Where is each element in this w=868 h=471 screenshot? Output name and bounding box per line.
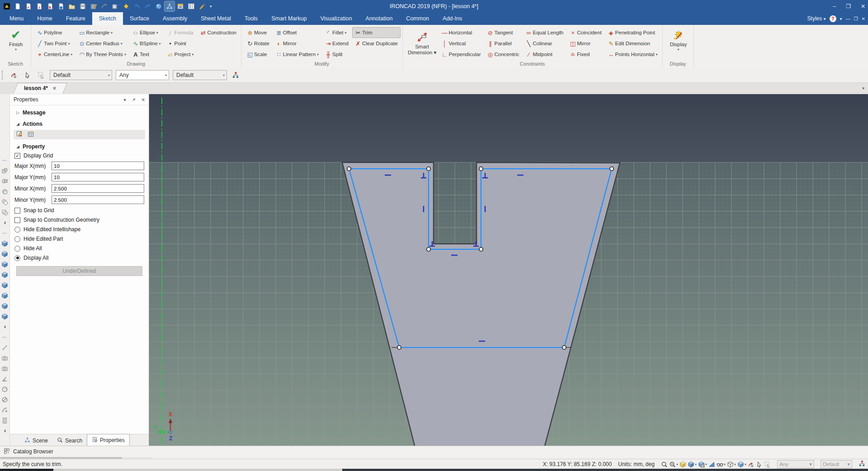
hierarchy-icon[interactable] (859, 460, 865, 468)
ribbon-tab-sketch[interactable]: Sketch (92, 12, 123, 25)
ribbon-button-colinear[interactable]: ╲Colinear (523, 38, 566, 49)
ribbon-button-penetrating-point[interactable]: ◈Penetrating Point (605, 27, 660, 38)
ribbon-button-linear-pattern[interactable]: ∷Linear Pattern▾ (273, 49, 321, 60)
dropdown-caret-icon[interactable]: ▾ (192, 52, 193, 57)
select-cursor-icon[interactable] (23, 70, 33, 80)
dropdown-caret-icon[interactable]: ▾ (68, 42, 70, 46)
ribbon-tab-surface[interactable]: Surface (123, 12, 156, 25)
left-strip-cam-icon[interactable] (1, 365, 9, 372)
panel-tab-properties[interactable]: Properties (87, 434, 130, 446)
ribbon-button-project[interactable]: ▱Project▾ (165, 49, 197, 60)
radio-hide-edited-part[interactable]: Hide Edited Part (10, 234, 149, 243)
ribbon-button-horizontal[interactable]: —Horizontal (439, 27, 484, 38)
status-layer-combo[interactable]: Default▾ (821, 460, 852, 468)
checkbox-snap-to-grid[interactable]: Snap to Grid (10, 205, 149, 215)
left-strip-cam-icon[interactable] (1, 354, 9, 362)
display-button[interactable]: Display▾ (665, 27, 693, 62)
ribbon-button-rotate[interactable]: ↻Rotate (244, 38, 272, 49)
ribbon-button-midpoint[interactable]: ∕Midpoint (523, 49, 566, 60)
dropdown-caret-icon[interactable]: ▾ (111, 31, 113, 35)
qat-overflow-caret-icon[interactable]: ▾ (208, 4, 214, 9)
vertex-handle[interactable] (427, 167, 430, 171)
catalog-box-icon[interactable] (175, 1, 185, 11)
vertex-handle[interactable] (562, 346, 566, 349)
edit-sketch-action-icon[interactable] (16, 130, 24, 139)
checkbox-icon[interactable] (14, 208, 20, 214)
left-strip-circslash-icon[interactable] (1, 396, 9, 404)
radio-hide-edited-intellishape[interactable]: Hide Edited Intellishape (10, 224, 149, 234)
ribbon-button-trim[interactable]: ✂Trim (352, 27, 401, 38)
checkbox-checked-icon[interactable]: ✓ (14, 153, 20, 159)
sphere-icon[interactable] (154, 1, 164, 11)
left-strip-cube-icon[interactable] (1, 250, 9, 258)
ribbon-button-points-horizontal[interactable]: ↔Points Horizontal▾ (605, 49, 660, 60)
left-strip-arc-icon[interactable]: A (1, 406, 9, 414)
dropdown-caret-icon[interactable]: ▾ (734, 462, 736, 466)
select-shape-icon[interactable] (748, 461, 755, 468)
save-as-icon[interactable] (89, 1, 99, 11)
tab-close-icon[interactable]: ✕ (52, 86, 57, 91)
vertex-handle[interactable] (347, 167, 351, 171)
dropdown-caret-icon[interactable]: ▾ (724, 462, 726, 466)
style-combo[interactable]: Default▾ (50, 70, 112, 80)
ribbon-button-fillet[interactable]: ◜Fillet▾ (322, 27, 351, 38)
radio-icon[interactable] (14, 236, 20, 242)
dropdown-caret-icon[interactable]: ▾ (15, 48, 17, 52)
styles-dropdown[interactable]: Styles ▾ (807, 15, 826, 22)
tab-list-caret-icon[interactable]: ▾ (862, 86, 864, 90)
vertex-handle[interactable] (397, 346, 401, 349)
ribbon-button-coincident[interactable]: ×Coincident (567, 27, 604, 38)
ribbon-tab-home[interactable]: Home (30, 12, 59, 25)
render-mode-icon[interactable]: ▾ (737, 461, 746, 468)
restore-button[interactable]: ❐ (846, 3, 851, 10)
smart-dimension-button[interactable]: SmartDimension ▾ (407, 29, 437, 65)
vertex-handle[interactable] (610, 167, 613, 171)
ribbon-button-construction[interactable]: ⇄Construction (197, 27, 239, 38)
app-logo[interactable] (2, 1, 12, 11)
dropdown-caret-icon[interactable]: ▾ (745, 462, 746, 466)
new-doc-icon[interactable] (13, 1, 23, 11)
share-icon[interactable] (99, 1, 109, 11)
section-view-icon[interactable] (708, 461, 715, 468)
doc-import-icon[interactable]: I (34, 1, 44, 11)
help-icon[interactable]: ? (830, 15, 836, 22)
property-section-header[interactable]: ◢ Property (10, 139, 149, 151)
ribbon-tab-smart-markup[interactable]: Smart Markup (264, 12, 314, 25)
ribbon-button-edit-dimension[interactable]: ✎Edit Dimension (605, 38, 660, 49)
ribbon-button-vertical[interactable]: │Vertical (439, 38, 484, 49)
underdefined-button[interactable]: UnderDefined (16, 266, 142, 276)
panel-menu-caret-icon[interactable]: ▾ (124, 97, 126, 102)
ribbon-button-extend[interactable]: ⇥Extend (322, 38, 351, 49)
checkbox-snap-to-construction-geometry[interactable]: Snap to Construction Geometry (10, 215, 149, 224)
field-input-major-x-mm-[interactable] (52, 162, 144, 170)
shading-mode-icon[interactable]: ▾ (688, 461, 697, 468)
dropdown-caret-icon[interactable]: ▾ (656, 52, 658, 57)
save-icon[interactable] (78, 1, 88, 11)
ribbon-button-parallel[interactable]: ∥Parallel (485, 38, 522, 49)
ribbon-tab-annotation[interactable]: Annotation (359, 12, 400, 25)
left-strip-cube-icon[interactable] (1, 281, 9, 289)
field-input-minor-x-mm-[interactable] (52, 184, 144, 193)
render-bucket-icon[interactable] (121, 1, 131, 11)
vertex-handle[interactable] (427, 247, 430, 251)
catalog-browser-bar[interactable]: Catalog Browser (0, 446, 868, 457)
ribbon-tab-tools[interactable]: Tools (238, 12, 264, 25)
ribbon-button-clear-duplicate[interactable]: ✗Clear Duplicate (352, 38, 401, 49)
triball-icon[interactable] (165, 1, 175, 11)
box-select-icon[interactable] (764, 461, 771, 468)
ribbon-button-by-three-points[interactable]: ◠By Three Points▾ (76, 49, 129, 60)
export-view-icon[interactable]: ▾ (698, 461, 707, 468)
ribbon-button-ellipse[interactable]: ○Ellipse▾ (130, 27, 164, 38)
sketch-canvas[interactable]: XYZ (149, 94, 868, 446)
left-strip-circ-icon[interactable] (1, 385, 9, 393)
doc-minimize-button[interactable]: — (846, 16, 850, 21)
radio-display-all[interactable]: Display All (10, 253, 149, 262)
checkbox-icon[interactable] (14, 217, 20, 223)
radio-icon[interactable] (14, 246, 20, 252)
left-strip-angle-icon[interactable] (1, 375, 9, 383)
ribbon-button-fixed[interactable]: ≐Fixed (567, 49, 604, 60)
ribbon-tab-common[interactable]: Common (399, 12, 436, 25)
ribbon-button-point[interactable]: •Point (165, 38, 197, 49)
dropdown-caret-icon[interactable]: ▾ (344, 31, 346, 35)
dropdown-caret-icon[interactable]: ▾ (705, 462, 707, 466)
